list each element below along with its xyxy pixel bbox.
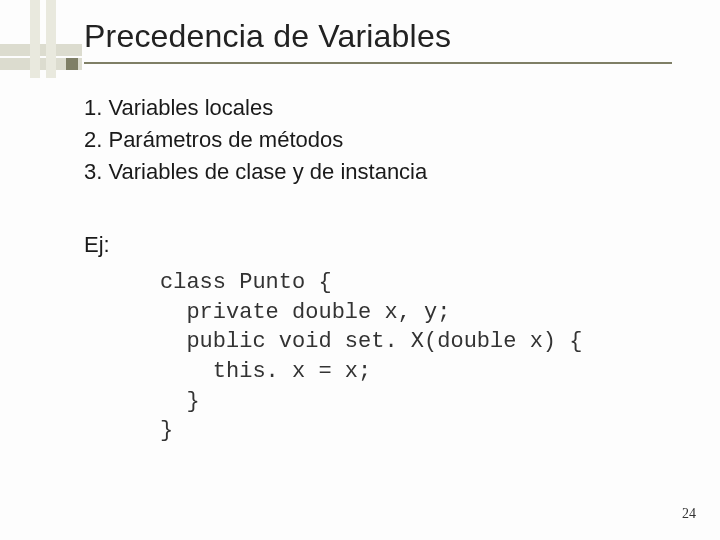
decor-vertical-bar — [46, 0, 56, 78]
code-line: class Punto { — [160, 270, 332, 295]
example-label: Ej: — [84, 232, 110, 258]
decor-vertical-bar — [30, 0, 40, 78]
code-line: } — [160, 389, 200, 414]
decor-stripe-top — [0, 44, 82, 56]
code-line: public void set. X(double x) { — [160, 329, 582, 354]
code-line: } — [160, 418, 173, 443]
page-number: 24 — [682, 506, 696, 522]
code-line: private double x, y; — [160, 300, 450, 325]
list-item: 1. Variables locales — [84, 92, 427, 124]
slide-title: Precedencia de Variables — [84, 18, 451, 55]
precedence-list: 1. Variables locales 2. Parámetros de mé… — [84, 92, 427, 188]
title-underline — [84, 62, 672, 64]
code-line: this. x = x; — [160, 359, 371, 384]
title-accent-square — [66, 58, 78, 70]
code-block: class Punto { private double x, y; publi… — [160, 268, 582, 446]
list-item: 2. Parámetros de métodos — [84, 124, 427, 156]
list-item: 3. Variables de clase y de instancia — [84, 156, 427, 188]
